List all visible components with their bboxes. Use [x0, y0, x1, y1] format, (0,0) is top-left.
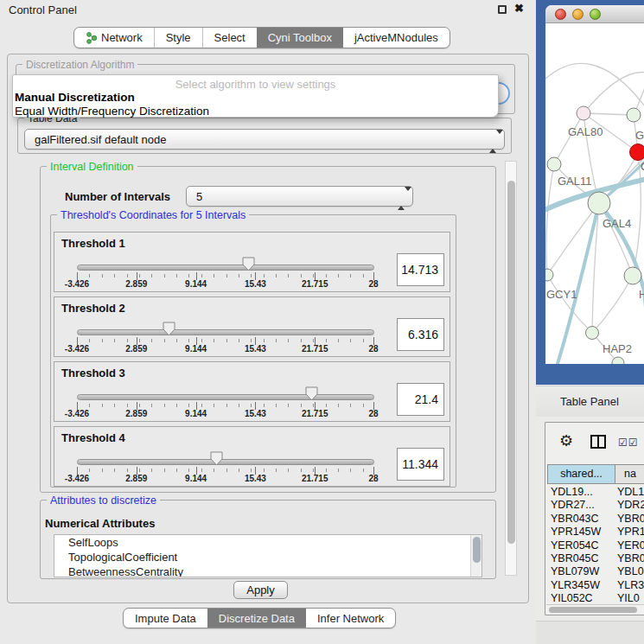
tab-style[interactable]: Style [154, 28, 202, 48]
tab-discretize-data[interactable]: Discretize Data [207, 609, 306, 628]
node[interactable] [627, 108, 641, 122]
table-row[interactable]: YBL079WYBL0 [547, 565, 644, 578]
attributes-list-scrollbar[interactable] [470, 535, 481, 577]
settings-scrollbar-thumb[interactable] [507, 181, 515, 544]
tick-label: 28 [368, 279, 378, 289]
cell[interactable]: YDL19... [547, 486, 615, 499]
table-row[interactable]: YPR145WYPR1 [547, 526, 644, 539]
network-window-titlebar[interactable] [545, 5, 644, 23]
node[interactable] [624, 267, 641, 284]
column-header-name[interactable]: na [615, 464, 644, 484]
tab-network[interactable]: Network [74, 28, 154, 48]
node-gal80[interactable] [577, 106, 590, 120]
cell[interactable]: YDR2 [615, 499, 644, 512]
table-panel-title: Table Panel [560, 395, 619, 408]
close-icon[interactable]: ✖ [514, 2, 524, 15]
table-data-selected: galFiltered.sif default node [35, 130, 166, 150]
cell[interactable]: YLR345W [547, 579, 615, 592]
table-horizontal-scrollbar[interactable] [546, 604, 644, 613]
gear-icon[interactable]: ⚙ [559, 431, 573, 450]
table-row[interactable]: YIL052CYIL0 [547, 592, 644, 604]
cell[interactable]: YBR045C [547, 552, 615, 565]
table-horizontal-scrollbar-thumb[interactable] [549, 607, 637, 613]
cell[interactable]: YDL1 [615, 486, 644, 499]
attributes-list-scrollbar-thumb[interactable] [473, 537, 481, 563]
zoom-traffic-light[interactable] [590, 9, 601, 20]
tick-marks [77, 404, 375, 407]
threshold-3-value-field[interactable] [397, 383, 444, 416]
algorithm-option-manual[interactable]: Manual Discretization [13, 91, 498, 105]
network-canvas[interactable]: GAL80 GA GAL11 C GAL4 GCY1 H HAP2 [545, 23, 644, 364]
cell[interactable]: YPR145W [547, 526, 615, 539]
table-row[interactable]: YER054CYER0 [547, 539, 644, 552]
table-row[interactable]: YDR27...YDR2 [547, 499, 644, 512]
cell[interactable]: YPR1 [615, 526, 644, 539]
cell[interactable]: YBR043C [547, 513, 615, 526]
panel-title: Control Panel [9, 3, 77, 16]
threshold-3-slider-thumb[interactable] [305, 386, 319, 405]
node-hap2[interactable] [586, 327, 599, 340]
node-gcy1[interactable] [545, 269, 553, 281]
table-row[interactable]: YLR345WYLR3 [547, 579, 644, 592]
label-gal4: GAL4 [603, 217, 631, 230]
threshold-1-slider-track[interactable] [77, 265, 374, 271]
threshold-4-panel: Threshold 4 -3.426 2.859 9.144 15.43 21.… [54, 426, 450, 487]
select-columns-icon[interactable]: ☑☑ [618, 437, 639, 449]
list-item[interactable]: TopologicalCoefficient [54, 550, 481, 564]
threshold-2-slider-thumb[interactable] [163, 322, 176, 340]
cell[interactable]: YDR27... [547, 499, 615, 512]
table-header-row: shared... na [547, 464, 644, 484]
list-item[interactable]: SelfLoops [54, 535, 481, 550]
threshold-3-panel: Threshold 3 -3.426 2.859 9.144 15.43 21.… [54, 361, 450, 422]
network-icon [86, 31, 97, 44]
apply-button[interactable]: Apply [233, 581, 288, 599]
cell[interactable]: YER054C [547, 539, 615, 552]
num-intervals-combobox[interactable]: 5 [186, 186, 413, 207]
tab-impute-data[interactable]: Impute Data [124, 609, 207, 628]
list-item[interactable]: BetweennessCentrality [54, 564, 481, 577]
threshold-1-label: Threshold 1 [61, 237, 125, 250]
cell[interactable]: YBR0 [615, 513, 644, 526]
cell[interactable]: YBR0 [615, 552, 644, 565]
threshold-2-value-field[interactable] [397, 318, 444, 351]
threshold-4-value-field[interactable] [397, 448, 444, 481]
threshold-1-panel: Threshold 1 -3.426 2.859 9.144 15.43 21.… [54, 232, 450, 292]
column-header-shared[interactable]: shared... [547, 464, 615, 484]
table-row[interactable]: YBR045CYBR0 [547, 552, 644, 565]
cell[interactable]: YER0 [615, 539, 644, 552]
tick-label: 28 [368, 344, 378, 354]
node-gal4[interactable] [588, 192, 610, 214]
close-traffic-light[interactable] [555, 9, 566, 20]
tab-infer-network[interactable]: Infer Network [306, 609, 395, 628]
thresholds-group-title: Threshold's Coordinates for 5 Intervals [57, 209, 249, 221]
threshold-2-slider-track[interactable] [77, 329, 374, 335]
cell[interactable]: YLR3 [615, 579, 644, 592]
threshold-1-slider-thumb[interactable] [242, 257, 256, 275]
columns-icon[interactable] [590, 435, 606, 449]
tab-cyni-toolbox[interactable]: Cyni Toolbox [257, 28, 343, 48]
algorithm-option-equal-width[interactable]: Equal Width/Frequency Discretization [13, 105, 498, 118]
node-selected-red[interactable] [630, 144, 644, 161]
tick-label: -3.426 [65, 409, 89, 418]
threshold-1-value-field[interactable] [397, 253, 444, 286]
tab-network-label: Network [101, 28, 143, 48]
threshold-4-slider-track[interactable] [77, 459, 374, 465]
tick-label: 21.715 [302, 344, 328, 354]
tab-jactivemnodules[interactable]: jActiveMNodules [343, 28, 450, 48]
table-row[interactable]: YDL19...YDL1 [547, 486, 644, 499]
cell[interactable]: YBL0 [615, 565, 644, 578]
cell[interactable]: YIL052C [547, 592, 615, 604]
cell[interactable]: YBL079W [547, 565, 615, 578]
minimize-traffic-light[interactable] [572, 9, 583, 20]
cell[interactable]: YIL0 [615, 592, 644, 604]
table-panel-container: ⚙ ☑☑ shared... na YDL19...YDL1 YDR27...Y… [545, 422, 644, 615]
tick-label: 2.859 [125, 409, 147, 418]
threshold-4-slider-thumb[interactable] [210, 451, 224, 469]
table-data-combobox[interactable]: galFiltered.sif default node [24, 129, 505, 150]
table-row[interactable]: YBR043CYBR0 [547, 513, 644, 526]
threshold-3-slider-track[interactable] [77, 394, 374, 400]
settings-scrollbar[interactable] [505, 161, 517, 576]
float-icon[interactable] [498, 5, 507, 14]
tab-select[interactable]: Select [202, 28, 257, 48]
node-gal11[interactable] [547, 157, 561, 171]
